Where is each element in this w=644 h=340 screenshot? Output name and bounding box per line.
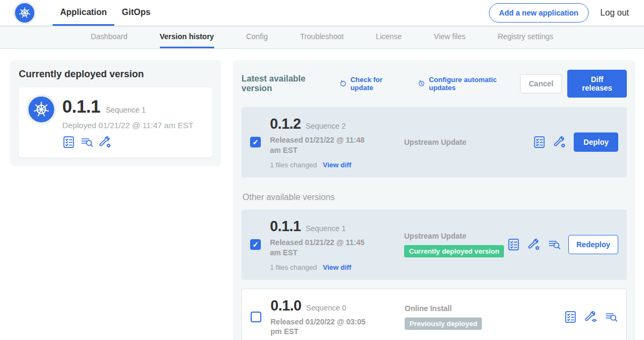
configure-updates-label: Configure automatic updates [429,76,520,92]
version-row: 0.1.0 Sequence 0 Released 01/20/22 @ 03:… [241,289,627,340]
app-sub-nav: Dashboard Version history Config Trouble… [0,26,644,49]
tab-application[interactable]: Application [53,0,114,26]
check-for-update-label: Check for update [350,76,404,92]
released-timestamp: Released 01/20/22 @ 03:05 pm EST [270,317,377,337]
version-number: 0.1.0 [270,298,302,314]
currently-deployed-title: Currently deployed version [19,69,213,80]
latest-available-title: Latest available version [241,74,333,93]
version-checkbox[interactable]: ✓ [250,239,261,250]
version-row: ✓ 0.1.1 Sequence 1 Released 01/21/22 @ 1… [241,210,627,280]
version-checkbox[interactable] [251,312,261,322]
subnav-tab-registry-settings[interactable]: Registry settings [498,26,553,48]
subnav-tab-config[interactable]: Config [246,26,268,48]
subnav-tab-dashboard[interactable]: Dashboard [91,26,128,48]
deployed-version-number: 0.1.1 [62,97,100,117]
top-nav-tabs: Application GitOps [53,0,158,26]
deployed-timestamp: Deployed 01/21/22 @ 11:47 am EST [62,121,193,130]
diff-releases-button[interactable]: Diff releases [567,70,627,98]
version-row: ✓ 0.1.2 Sequence 2 Released 01/21/22 @ 1… [241,107,627,178]
currently-deployed-card: Currently deployed version 0.1.1 Sequenc… [10,60,221,166]
edit-config-icon[interactable] [528,238,540,251]
logout-button[interactable]: Log out [601,8,629,18]
view-files-diff-icon[interactable] [548,238,561,251]
preflight-checks-icon[interactable] [533,136,546,149]
version-checkbox[interactable]: ✓ [250,137,261,147]
subnav-tab-license[interactable]: License [376,26,401,48]
previously-deployed-badge: Previously deployed [405,317,482,330]
config-view-icon[interactable] [584,311,597,323]
version-source-label: Upstream Update [404,138,533,146]
version-source-label: Online Install [405,304,564,313]
version-number: 0.1.1 [270,218,301,235]
add-new-application-button[interactable]: Add a new application [489,3,589,23]
check-for-update-link[interactable]: Check for update [339,76,404,92]
clock-refresh-icon [417,79,426,88]
version-history-panel: Latest available version Check for updat… [233,60,635,340]
subnav-tab-troubleshoot[interactable]: Troubleshoot [300,26,343,48]
redeploy-button[interactable]: Redeploy [568,235,618,254]
files-changed-label: 1 files changed [270,161,317,169]
edit-config-icon[interactable] [553,136,566,149]
preflight-checks-icon[interactable] [62,136,75,149]
view-files-diff-icon[interactable] [80,136,93,149]
app-kubernetes-icon [28,97,54,122]
sequence-label: Sequence 0 [306,304,347,312]
deployed-version-card: 0.1.1 Sequence 1 Deployed 01/21/22 @ 11:… [19,87,213,158]
files-changed-label: 1 files changed [270,263,317,271]
released-timestamp: Released 01/21/22 @ 11:48 am EST [270,135,376,156]
view-diff-link[interactable]: View diff [323,263,351,271]
currently-deployed-badge: Currently deployed version [404,245,504,257]
top-nav: Application GitOps Add a new application… [0,0,644,26]
cancel-button[interactable]: Cancel [520,74,562,93]
preflight-checks-icon[interactable] [507,238,520,251]
tab-gitops[interactable]: GitOps [114,0,158,26]
sequence-label: Sequence 1 [306,224,346,233]
sequence-label: Sequence 2 [306,122,346,130]
deployed-sequence-label: Sequence 1 [106,106,146,114]
subnav-tab-version-history[interactable]: Version history [160,26,214,48]
edit-config-icon[interactable] [99,136,112,149]
released-timestamp: Released 01/21/22 @ 11:45 am EST [270,238,376,258]
configure-automatic-updates-link[interactable]: Configure automatic updates [417,76,520,92]
view-files-diff-icon[interactable] [605,311,618,323]
version-number: 0.1.2 [270,116,301,132]
main-content: Currently deployed version 0.1.1 Sequenc… [0,49,644,340]
view-diff-link[interactable]: View diff [323,161,351,169]
subnav-tab-view-files[interactable]: View files [434,26,466,48]
other-versions-title: Other available versions [243,193,627,202]
kubernetes-logo-icon [15,3,34,23]
version-source-label: Upstream Update [404,232,507,240]
deploy-button[interactable]: Deploy [574,132,618,152]
refresh-icon [339,79,348,88]
preflight-checks-icon[interactable] [564,311,577,323]
